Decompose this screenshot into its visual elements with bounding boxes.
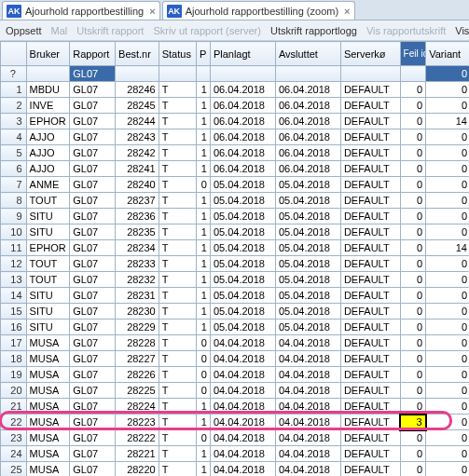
cell-p[interactable]: 1: [197, 288, 211, 304]
table-row[interactable]: 2INVEGL0728245T106.04.201806.04.2018DEFA…: [1, 98, 470, 114]
table-row[interactable]: 11EPHORGL0728234T105.04.201805.04.2018DE…: [1, 240, 470, 256]
table-row[interactable]: 25MUSAGL0728220T104.04.201804.04.2018DEF…: [1, 462, 470, 477]
cell-planlagt[interactable]: 06.04.2018: [210, 129, 275, 145]
cell-feil[interactable]: 0: [400, 351, 426, 367]
cell-planlagt[interactable]: 05.04.2018: [210, 240, 275, 256]
cell-bestnr[interactable]: 28220: [116, 462, 159, 477]
cell-avsluttet[interactable]: 05.04.2018: [275, 304, 340, 320]
col-bruker[interactable]: Bruker: [26, 42, 70, 66]
row-number[interactable]: 21: [1, 399, 27, 415]
data-grid[interactable]: Bruker Rapport Best.nr Status P Planlagt…: [0, 41, 469, 476]
cell-variant[interactable]: 0: [426, 224, 469, 240]
cell-serverko[interactable]: DEFAULT: [340, 114, 400, 129]
cell-p[interactable]: 1: [197, 98, 211, 114]
cell-bruker[interactable]: MUSA: [26, 446, 70, 462]
cell-bestnr[interactable]: 28227: [116, 351, 159, 367]
col-rapport[interactable]: Rapport: [70, 42, 116, 66]
filter-marker[interactable]: ?: [1, 66, 27, 82]
cell-feil[interactable]: 0: [400, 114, 426, 129]
cell-rapport[interactable]: GL07: [70, 224, 116, 240]
cell-bruker[interactable]: INVE: [26, 98, 70, 114]
cell-status[interactable]: T: [159, 209, 196, 224]
close-icon[interactable]: ×: [149, 6, 155, 17]
cell-rapport[interactable]: GL07: [70, 272, 116, 288]
menu-oppsett[interactable]: Oppsett: [6, 25, 42, 36]
cell-bruker[interactable]: SITU: [26, 304, 70, 320]
cell-serverko[interactable]: DEFAULT: [340, 320, 400, 335]
cell-bruker[interactable]: MUSA: [26, 399, 70, 415]
cell-feil[interactable]: 0: [400, 145, 426, 161]
cell-planlagt[interactable]: 05.04.2018: [210, 209, 275, 224]
row-number[interactable]: 1: [1, 82, 27, 98]
cell-bruker[interactable]: ANME: [26, 177, 70, 193]
cell-bruker[interactable]: MBDU: [26, 82, 70, 98]
cell-variant[interactable]: 0: [426, 177, 469, 193]
table-row[interactable]: 8TOUTGL0728237T105.04.201805.04.2018DEFA…: [1, 193, 470, 209]
cell-serverko[interactable]: DEFAULT: [340, 383, 400, 399]
cell-variant[interactable]: 0: [426, 129, 469, 145]
cell-rapport[interactable]: GL07: [70, 335, 116, 351]
cell-rapport[interactable]: GL07: [70, 320, 116, 335]
cell-variant[interactable]: 0: [426, 145, 469, 161]
cell-serverko[interactable]: DEFAULT: [340, 415, 400, 430]
row-number[interactable]: 2: [1, 98, 27, 114]
cell-planlagt[interactable]: 04.04.2018: [210, 351, 275, 367]
cell-serverko[interactable]: DEFAULT: [340, 82, 400, 98]
cell-avsluttet[interactable]: 04.04.2018: [275, 462, 340, 477]
cell-bestnr[interactable]: 28224: [116, 399, 159, 415]
cell-bestnr[interactable]: 28231: [116, 288, 159, 304]
cell-variant[interactable]: 0: [426, 272, 469, 288]
cell-p[interactable]: 0: [197, 383, 211, 399]
cell-bruker[interactable]: TOUT: [26, 272, 70, 288]
cell-avsluttet[interactable]: 04.04.2018: [275, 446, 340, 462]
cell-p[interactable]: 1: [197, 272, 211, 288]
cell-rapport[interactable]: GL07: [70, 82, 116, 98]
cell-avsluttet[interactable]: 04.04.2018: [275, 415, 340, 430]
filter-rapport[interactable]: GL07: [70, 66, 116, 82]
cell-bruker[interactable]: TOUT: [26, 256, 70, 272]
cell-status[interactable]: T: [159, 383, 196, 399]
table-row[interactable]: 17MUSAGL0728228T004.04.201804.04.2018DEF…: [1, 335, 470, 351]
cell-bestnr[interactable]: 28225: [116, 383, 159, 399]
cell-status[interactable]: T: [159, 351, 196, 367]
cell-bestnr[interactable]: 28246: [116, 82, 159, 98]
cell-variant[interactable]: 0: [426, 256, 469, 272]
cell-feil[interactable]: 0: [400, 367, 426, 383]
cell-bestnr[interactable]: 28221: [116, 446, 159, 462]
cell-serverko[interactable]: DEFAULT: [340, 256, 400, 272]
table-row[interactable]: 5AJJOGL0728242T106.04.201806.04.2018DEFA…: [1, 145, 470, 161]
cell-rapport[interactable]: GL07: [70, 399, 116, 415]
cell-variant[interactable]: 0: [426, 320, 469, 335]
cell-variant[interactable]: 0: [426, 462, 469, 477]
cell-feil[interactable]: 0: [400, 82, 426, 98]
row-number[interactable]: 8: [1, 193, 27, 209]
cell-rapport[interactable]: GL07: [70, 256, 116, 272]
cell-serverko[interactable]: DEFAULT: [340, 129, 400, 145]
cell-feil[interactable]: 0: [400, 335, 426, 351]
cell-avsluttet[interactable]: 05.04.2018: [275, 240, 340, 256]
col-feil[interactable]: Feil id: [400, 42, 426, 66]
cell-variant[interactable]: 0: [426, 415, 469, 430]
cell-bruker[interactable]: SITU: [26, 224, 70, 240]
table-row[interactable]: 16SITUGL0728229T105.04.201805.04.2018DEF…: [1, 320, 470, 335]
cell-bestnr[interactable]: 28241: [116, 161, 159, 177]
cell-p[interactable]: 0: [197, 367, 211, 383]
row-number[interactable]: 18: [1, 351, 27, 367]
filter-bestnr[interactable]: [116, 66, 159, 82]
cell-feil[interactable]: 0: [400, 399, 426, 415]
cell-p[interactable]: 0: [197, 177, 211, 193]
cell-feil[interactable]: 0: [400, 193, 426, 209]
table-row[interactable]: 3EPHORGL0728244T106.04.201806.04.2018DEF…: [1, 114, 470, 129]
filter-row[interactable]: ? GL07 0: [1, 66, 470, 82]
filter-avsluttet[interactable]: [275, 66, 340, 82]
cell-status[interactable]: T: [159, 272, 196, 288]
table-row[interactable]: 21MUSAGL0728224T104.04.201804.04.2018DEF…: [1, 399, 470, 415]
cell-planlagt[interactable]: 05.04.2018: [210, 272, 275, 288]
cell-feil[interactable]: 0: [400, 272, 426, 288]
report-table[interactable]: Bruker Rapport Best.nr Status P Planlagt…: [0, 41, 469, 476]
cell-planlagt[interactable]: 05.04.2018: [210, 193, 275, 209]
cell-status[interactable]: T: [159, 462, 196, 477]
cell-status[interactable]: T: [159, 335, 196, 351]
cell-planlagt[interactable]: 05.04.2018: [210, 304, 275, 320]
cell-p[interactable]: 0: [197, 430, 211, 446]
